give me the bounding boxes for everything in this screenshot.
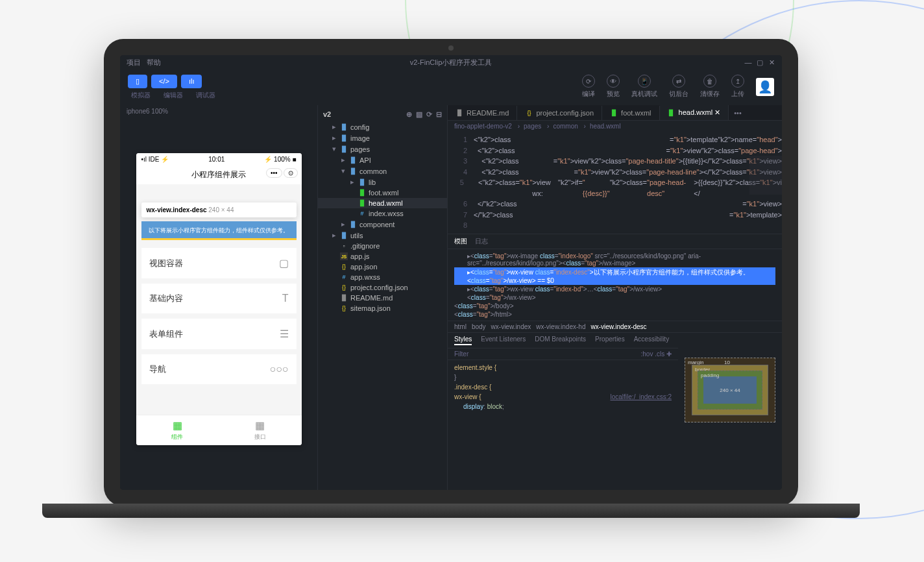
file-tree-item[interactable]: {}app.json [318,262,447,272]
phone-tab[interactable]: ▦组件 [136,415,219,445]
editor-tab[interactable]: {}project.config.json [517,106,602,120]
file-tree-item[interactable]: ▫.gitignore [318,241,447,251]
simulator-panel: iphone6 100% •ıl IDE ⚡10:01⚡ 100% ■ 小程序组… [120,105,318,490]
ide-window: 项目 帮助 v2-FinClip小程序开发工具 — ▢ ✕ ▯ </> ılı … [120,55,782,490]
titlebar: 项目 帮助 v2-FinClip小程序开发工具 — ▢ ✕ [120,55,782,69]
sim-list-item[interactable]: 基础内容T [141,284,297,313]
file-tree-item[interactable]: {}sitemap.json [318,303,447,313]
file-tree-item[interactable]: ▸▉API [318,154,447,165]
action-0[interactable]: ⟳编译 [582,75,595,99]
inspector-tooltip: wx-view.index-desc 240 × 44 [141,202,297,217]
minimize-button[interactable]: — [744,59,752,66]
styles-filter[interactable]: Filter [454,350,468,358]
mode-debugger[interactable]: ılı [181,75,202,88]
phone-close-button[interactable]: ⊙ [284,168,298,178]
mode-tabs: ▯ </> ılı [128,75,219,88]
editor-tab[interactable]: ▉README.md [448,106,517,120]
styles-tab[interactable]: Event Listeners [481,336,526,345]
editor-panel: ▉README.md{}project.config.json▉foot.wxm… [448,105,782,490]
file-tree-item[interactable]: ▸▉lib [318,177,447,188]
new-folder-icon[interactable]: ▧ [416,110,422,119]
file-tree-item[interactable]: {}project.config.json [318,282,447,293]
close-button[interactable]: ✕ [768,59,775,66]
file-tree-item[interactable]: ▸▉image [318,132,447,143]
avatar[interactable]: 👤 [756,78,774,96]
menu-bar: 项目 帮助 [127,58,161,67]
new-file-icon[interactable]: ⊕ [406,110,412,119]
collapse-icon[interactable]: ⊟ [436,110,442,119]
phone-header: 小程序组件展示 ••• ⊙ [136,165,302,184]
editor-tab[interactable]: ▉head.wxml ✕ [660,105,729,120]
phone-statusbar: •ıl IDE ⚡10:01⚡ 100% ■ [136,153,302,165]
mode-editor[interactable]: </> [151,75,177,88]
file-tree-item[interactable]: ▾▉pages [318,143,447,154]
file-tree-item[interactable]: #app.wxss [318,272,447,282]
devtools-tab-elements[interactable]: 模图 [454,237,467,246]
sim-list-item[interactable]: 视图容器▢ [141,248,297,278]
devtools-tab-console[interactable]: 日志 [475,237,488,246]
mode-simulator[interactable]: ▯ [128,75,147,88]
file-tree-item[interactable]: ▉README.md [318,293,447,303]
action-3[interactable]: ⇄切后台 [669,75,688,99]
editor-tab[interactable]: ▉foot.wxml [602,106,659,120]
device-info: iphone6 100% [120,105,317,117]
maximize-button[interactable]: ▢ [756,59,764,66]
action-2[interactable]: 📱真机调试 [631,75,657,99]
css-rules[interactable]: element.style {}.index-desc {</span></di… [448,360,678,414]
styles-tab[interactable]: Properties [595,336,625,345]
styles-tab[interactable]: Styles [454,336,472,345]
breadcrumb: fino-applet-demo-v2pagescommonhead.wxml [448,121,782,132]
file-tree-item[interactable]: ▸▉config [318,121,447,132]
action-4[interactable]: 🗑清缓存 [700,75,720,99]
file-tree-item[interactable]: JSapp.js [318,251,447,262]
tab-more[interactable]: ••• [729,109,747,117]
file-tree-item[interactable]: ▉head.wxml [318,198,447,208]
phone-simulator: •ıl IDE ⚡10:01⚡ 100% ■ 小程序组件展示 ••• ⊙ wx-… [136,153,302,445]
styles-tab[interactable]: DOM Breakpoints [535,336,586,345]
refresh-icon[interactable]: ⟳ [426,110,432,119]
file-tree-item[interactable]: ▸▉component [318,219,447,230]
laptop-frame: 项目 帮助 v2-FinClip小程序开发工具 — ▢ ✕ ▯ </> ılı … [104,39,798,506]
window-controls: — ▢ ✕ [744,59,775,66]
styles-toggles[interactable]: :hov .cls ✚ [641,350,672,358]
menu-project[interactable]: 项目 [127,58,141,66]
file-tree-item[interactable]: ▾▉common [318,165,447,177]
dom-breadcrumb: htmlbodywx-view.indexwx-view.index-hdwx-… [448,321,782,333]
dom-tree[interactable]: ▸<class="tag">wx-image class="index-logo… [448,249,782,321]
window-title: v2-FinClip小程序开发工具 [410,58,492,67]
minimap[interactable] [749,156,782,195]
menu-help[interactable]: 帮助 [147,58,161,66]
code-editor[interactable]: 1<"k2">class="k1">template "k2">name="he… [448,132,782,234]
phone-tab[interactable]: ▦接口 [219,415,302,445]
sim-list-item[interactable]: 导航○○○ [141,354,297,384]
devtools-panel: 模图 日志 ▸<class="tag">wx-image class="inde… [448,234,782,448]
action-1[interactable]: 👁预览 [607,75,620,99]
file-explorer: v2 ⊕ ▧ ⟳ ⊟ ▸▉config▸▉image▾▉pages▸▉API▾▉… [318,105,448,490]
sim-list-item[interactable]: 表单组件☰ [141,319,297,349]
project-root[interactable]: v2 [323,110,331,119]
file-tree-item[interactable]: ▸▉utils [318,230,447,241]
toolbar: ▯ </> ılı 模拟器 编辑器 调试器 ⟳编译👁预览📱真机调试⇄切后台🗑清缓… [120,69,782,105]
action-5[interactable]: ↥上传 [731,75,744,99]
highlighted-element[interactable]: 以下将展示小程序官方组件能力，组件样式仅供参考。 [141,221,297,240]
box-model: margin 10 border padding 240 × 44 [678,333,782,448]
file-tree-item[interactable]: ▉foot.wxml [318,188,447,198]
phone-more-button[interactable]: ••• [266,168,282,178]
file-tree-item[interactable]: #index.wxss [318,208,447,219]
styles-tab[interactable]: Accessibility [634,336,669,345]
